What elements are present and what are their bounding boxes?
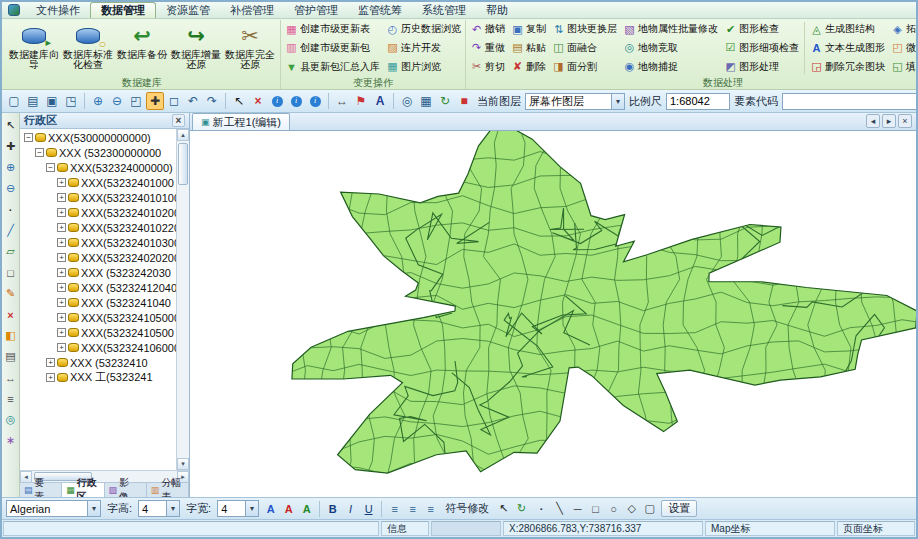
map-document-tab[interactable]: ▣ 新工程1(编辑) <box>192 113 290 130</box>
tree-toggle-icon[interactable]: + <box>57 223 66 232</box>
scroll-down-icon[interactable]: ▾ <box>177 458 189 470</box>
ribbon-button[interactable]: ▣ 复制 <box>510 21 547 37</box>
edit-tool-button[interactable]: ✎ <box>3 286 18 301</box>
ribbon-button[interactable]: ▼ 县更新包汇总入库 <box>284 59 381 75</box>
identify-button[interactable]: i <box>268 92 286 110</box>
menu-tab[interactable]: 管护管理 <box>284 2 348 18</box>
tree-toggle-icon[interactable]: + <box>46 358 55 367</box>
close-tab-icon[interactable]: × <box>898 114 912 128</box>
layers-tool-button[interactable]: ≡ <box>3 391 18 406</box>
panel-tab[interactable]: ▥ 分幅表 <box>147 483 189 497</box>
ribbon-button[interactable]: ◲ 删除冗余图块 <box>809 59 886 75</box>
font-width-select[interactable]: 4 ▾ <box>217 500 259 517</box>
dropdown-icon[interactable]: ▾ <box>245 501 258 516</box>
dropdown-icon[interactable]: ▾ <box>87 501 100 516</box>
scroll-left-icon[interactable]: ◂ <box>20 471 32 483</box>
ribbon-button[interactable]: ↩ 数据库备份 <box>115 20 169 76</box>
menu-tab[interactable]: 帮助 <box>476 2 518 18</box>
select-tool-button[interactable]: ↖ <box>3 118 18 133</box>
font-color-3-button[interactable]: A <box>298 500 315 517</box>
panel-tab[interactable]: ▤ 要素… <box>20 483 62 497</box>
tree-toggle-icon[interactable]: + <box>57 178 66 187</box>
select-feature-button[interactable]: ↖ <box>230 92 248 110</box>
ribbon-button[interactable]: ▦ 图片浏览 <box>385 59 462 75</box>
pan-button[interactable]: ✚ <box>146 92 164 110</box>
ribbon-button[interactable]: ▥ 创建市级更新包 <box>284 40 381 56</box>
menu-tab[interactable]: 监管统筹 <box>348 2 412 18</box>
tree-row[interactable]: + XXX(5323241060000 <box>20 340 189 355</box>
tree-toggle-icon[interactable]: + <box>57 328 66 337</box>
close-panel-icon[interactable]: × <box>172 114 185 127</box>
tree-toggle-icon[interactable]: − <box>46 163 55 172</box>
measure-tool-button[interactable]: ↔ <box>3 370 18 385</box>
tree-row[interactable]: + XXX(5323240101000 <box>20 190 189 205</box>
align-center-button[interactable]: ≡ <box>404 500 421 517</box>
draw-line-button[interactable]: ╲ <box>551 500 568 517</box>
align-right-button[interactable]: ≡ <box>422 500 439 517</box>
ribbon-button[interactable]: ◉ 地物捕捉 <box>622 59 719 75</box>
ribbon-button[interactable]: ✂ 剪切 <box>469 59 506 75</box>
export-map-button[interactable]: ◳ <box>62 92 80 110</box>
panel-tab[interactable]: ▦ 行政区 <box>62 483 104 497</box>
locate-tool-button[interactable]: ◎ <box>3 412 18 427</box>
tree-toggle-icon[interactable]: + <box>57 208 66 217</box>
draw-line-tool-button[interactable]: ╱ <box>3 223 18 238</box>
pan-tool-button[interactable]: ✚ <box>3 139 18 154</box>
settings-tool-button[interactable]: ∗ <box>3 433 18 448</box>
menu-tab[interactable]: 数据管理 <box>90 2 156 18</box>
tree-row[interactable]: + XXX (53232410 <box>20 355 189 370</box>
tree-row[interactable]: + XXX(53232401000 <box>20 175 189 190</box>
ribbon-button[interactable]: ✘ 删除 <box>510 59 547 75</box>
next-view-button[interactable]: ↷ <box>203 92 221 110</box>
ribbon-button[interactable]: ▧ 地物属性批量修改 <box>622 21 719 37</box>
tree-row[interactable]: + XXX (53232412040 <box>20 280 189 295</box>
tree-toggle-icon[interactable]: − <box>24 133 33 142</box>
menu-tab[interactable]: 资源监管 <box>156 2 220 18</box>
align-left-button[interactable]: ≡ <box>386 500 403 517</box>
ribbon-button[interactable]: ↷ 重做 <box>469 40 506 56</box>
symbol-rotate-button[interactable]: ↻ <box>513 500 530 517</box>
attribute-table-tool-button[interactable]: ▤ <box>3 349 18 364</box>
ribbon-button[interactable]: ↶ 撤销 <box>469 21 506 37</box>
ribbon-button[interactable]: ◱ 填补空洞 <box>890 59 918 75</box>
tree-toggle-icon[interactable]: + <box>57 343 66 352</box>
font-height-select[interactable]: 4 ▾ <box>138 500 180 517</box>
print-button[interactable]: ▤ <box>24 92 42 110</box>
menu-tab[interactable]: 补偿管理 <box>220 2 284 18</box>
area-info-button[interactable]: i <box>306 92 324 110</box>
tree-toggle-icon[interactable]: + <box>57 238 66 247</box>
ribbon-button[interactable]: ◴ 历史数据浏览 <box>385 21 462 37</box>
fill-tool-button[interactable]: ◧ <box>3 328 18 343</box>
point-info-button[interactable]: i <box>287 92 305 110</box>
draw-diamond-button[interactable]: ◇ <box>623 500 640 517</box>
zoom-window-button[interactable]: ◰ <box>127 92 145 110</box>
tree-row[interactable]: + XXX(5323240102200 <box>20 220 189 235</box>
tree-toggle-icon[interactable]: + <box>57 283 66 292</box>
stop-edit-button[interactable]: ■ <box>455 92 473 110</box>
ribbon-button[interactable]: 数据建库向导 <box>7 20 61 76</box>
snap-toggle-button[interactable]: ◎ <box>398 92 416 110</box>
zoom-out-tool-button[interactable]: ⊖ <box>3 181 18 196</box>
ribbon-button[interactable]: ◰ 微小图块合并 <box>890 40 918 56</box>
zoom-out-button[interactable]: ⊖ <box>108 92 126 110</box>
prev-tab-icon[interactable]: ◂ <box>866 114 880 128</box>
draw-circle-button[interactable]: ○ <box>605 500 622 517</box>
ribbon-button[interactable]: ⇅ 图块更换层 <box>551 21 618 37</box>
font-color-2-button[interactable]: A <box>280 500 297 517</box>
menu-tab[interactable]: 系统管理 <box>412 2 476 18</box>
tree-toggle-icon[interactable]: + <box>57 313 66 322</box>
scroll-up-icon[interactable]: ▴ <box>177 129 189 141</box>
font-family-select[interactable]: Algerian ▾ <box>6 500 101 517</box>
draw-point-button[interactable]: · <box>533 500 550 517</box>
menu-tab[interactable]: 文件操作 <box>26 2 90 18</box>
tree-toggle-icon[interactable]: + <box>57 298 66 307</box>
tree-row[interactable]: + XXX(53232410500 <box>20 325 189 340</box>
tree-row[interactable]: + XXX(5323240102000 <box>20 205 189 220</box>
ribbon-button[interactable]: ◫ 面融合 <box>551 40 618 56</box>
current-layer-select[interactable]: 屏幕作图层 ▾ <box>525 93 625 110</box>
bold-button[interactable]: B <box>324 500 341 517</box>
ribbon-button[interactable]: ◩ 图形处理 <box>723 59 800 75</box>
draw-polygon-tool-button[interactable]: ▱ <box>3 244 18 259</box>
ribbon-button[interactable]: ◎ 地物竞取 <box>622 40 719 56</box>
full-extent-button[interactable]: ◻ <box>165 92 183 110</box>
